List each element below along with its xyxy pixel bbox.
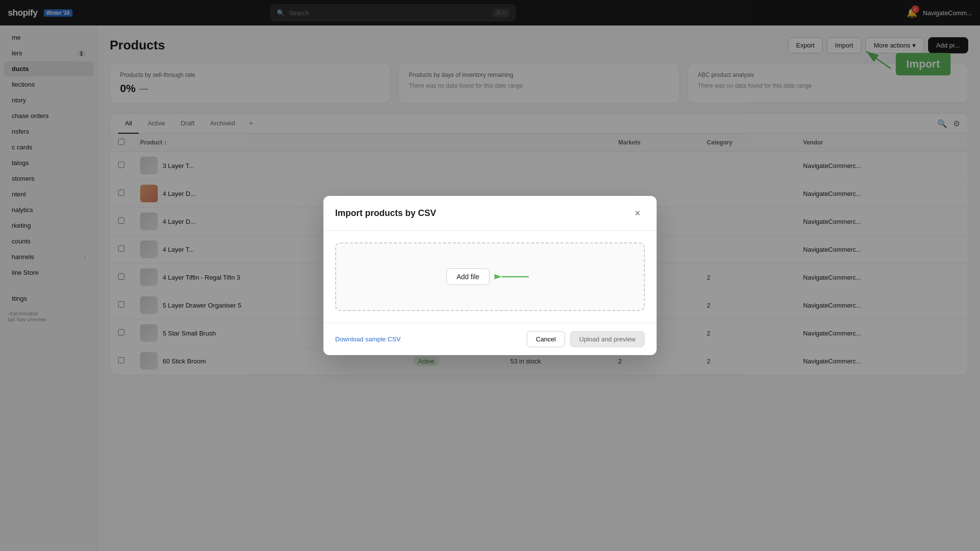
modal-body: Add file (323, 231, 657, 323)
modal-title: Import products by CSV (335, 208, 436, 218)
import-modal: Import products by CSV × Add file Downlo… (323, 196, 657, 355)
download-sample-link[interactable]: Download sample CSV (335, 335, 401, 343)
modal-header: Import products by CSV × (323, 196, 657, 231)
file-drop-zone[interactable]: Add file (335, 242, 645, 311)
modal-close-button[interactable]: × (630, 206, 645, 220)
upload-preview-button[interactable]: Upload and preview (570, 331, 645, 347)
add-file-arrow-annotation (494, 269, 534, 284)
add-file-button[interactable]: Add file (446, 268, 490, 285)
modal-actions: Cancel Upload and preview (527, 331, 645, 347)
modal-overlay[interactable]: Import products by CSV × Add file Downlo… (0, 0, 980, 551)
cancel-button[interactable]: Cancel (527, 331, 565, 347)
modal-footer: Download sample CSV Cancel Upload and pr… (323, 323, 657, 355)
